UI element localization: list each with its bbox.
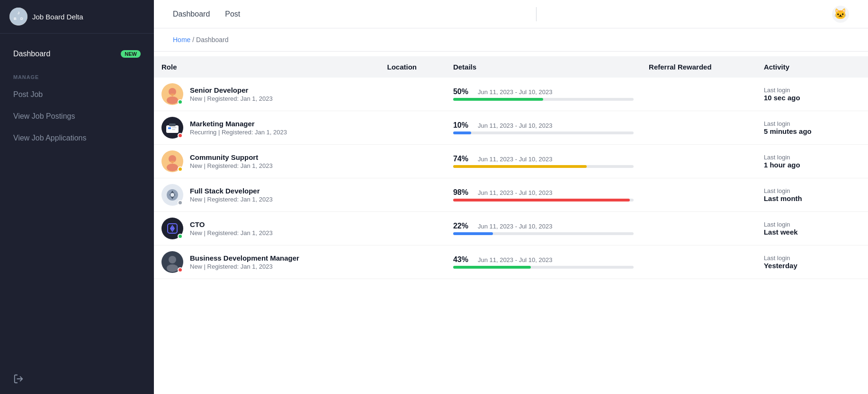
role-name-4: CTO (190, 220, 273, 228)
activity-time-3: Last month (764, 194, 860, 202)
activity-label-5: Last login (764, 254, 860, 262)
svg-point-22 (174, 162, 176, 164)
details-cell-0: 50% Jun 11, 2023 - Jul 10, 2023 (446, 78, 641, 111)
activity-label-4: Last login (764, 221, 860, 228)
role-name-0: Senior Developer (190, 86, 273, 94)
progress-bar-fill-4 (453, 232, 493, 235)
new-badge: NEW (121, 50, 141, 58)
sidebar-header: J B D Job Board Delta (0, 0, 154, 34)
progress-dates-3: Jun 11, 2023 - Jul 10, 2023 (478, 189, 553, 196)
table-row[interactable]: Business Development Manager New | Regis… (154, 245, 868, 279)
referral-cell-1 (641, 111, 756, 145)
role-avatar-2 (161, 150, 183, 172)
topnav-links: Dashboard Post (173, 10, 240, 18)
breadcrumb-current: Dashboard (196, 36, 229, 44)
breadcrumb-home[interactable]: Home (173, 36, 190, 44)
progress-bar-bg-3 (453, 199, 634, 201)
progress-bar-bg-2 (453, 165, 634, 168)
role-name-1: Marketing Manager (190, 120, 287, 128)
svg-point-7 (167, 96, 178, 104)
sidebar-nav: Dashboard NEW MANAGE Post Job View Job P… (0, 34, 154, 158)
role-avatar-5 (161, 251, 183, 273)
role-avatar-4 (161, 218, 183, 239)
progress-dates-0: Jun 11, 2023 - Jul 10, 2023 (478, 88, 553, 96)
role-cell-4: CTO New | Registered: Jan 1, 2023 (154, 212, 379, 245)
progress-bar-bg-0 (453, 98, 634, 101)
progress-pct-0: 50% (453, 88, 474, 96)
breadcrumb: Home / Dashboard (154, 28, 868, 52)
activity-time-0: 10 sec ago (764, 94, 860, 102)
details-cell-2: 74% Jun 11, 2023 - Jul 10, 2023 (446, 145, 641, 178)
role-sub-2: New | Registered: Jan 1, 2023 (190, 162, 273, 169)
topnav: Dashboard Post 🐱 (154, 0, 868, 28)
svg-point-0 (9, 8, 27, 26)
role-cell-0: Senior Developer New | Registered: Jan 1… (154, 78, 379, 111)
jobs-table: Role Location Details Referral Rewarded … (154, 56, 868, 279)
svg-point-21 (169, 162, 171, 164)
logo-text: Job Board Delta (32, 13, 83, 21)
svg-point-9 (169, 95, 171, 96)
location-cell-3 (379, 178, 445, 212)
table-row[interactable]: Community Support New | Registered: Jan … (154, 145, 868, 178)
referral-cell-5 (641, 245, 756, 279)
svg-rect-15 (172, 129, 175, 130)
svg-point-29 (171, 227, 174, 230)
progress-bar-fill-0 (453, 98, 544, 101)
user-avatar[interactable]: 🐱 (832, 6, 849, 23)
activity-cell-4: Last login Last week (756, 212, 868, 245)
details-cell-1: 10% Jun 11, 2023 - Jul 10, 2023 (446, 111, 641, 145)
location-cell-0 (379, 78, 445, 111)
col-role: Role (154, 56, 379, 78)
svg-point-32 (167, 264, 178, 272)
col-location: Location (379, 56, 445, 78)
sidebar-item-view-job-applications[interactable]: View Job Applications (0, 127, 154, 149)
svg-text:B: B (14, 17, 17, 21)
location-cell-4 (379, 212, 445, 245)
progress-dates-5: Jun 11, 2023 - Jul 10, 2023 (478, 256, 553, 263)
referral-cell-4 (641, 212, 756, 245)
topnav-divider (536, 7, 537, 21)
progress-bar-fill-5 (453, 266, 531, 269)
col-referral: Referral Rewarded (641, 56, 756, 78)
svg-point-10 (174, 95, 176, 96)
referral-cell-3 (641, 178, 756, 212)
svg-point-19 (167, 164, 178, 171)
activity-cell-1: Last login 5 minutes ago (756, 111, 868, 145)
role-cell-2: Community Support New | Registered: Jan … (154, 145, 379, 178)
role-cell-3: Full Stack Developer New | Registered: J… (154, 178, 379, 212)
table-row[interactable]: Marketing Manager Recurring | Registered… (154, 111, 868, 145)
svg-point-25 (170, 193, 174, 197)
activity-time-5: Yesterday (764, 262, 860, 270)
svg-text:J: J (18, 11, 19, 15)
table-row[interactable]: Senior Developer New | Registered: Jan 1… (154, 78, 868, 111)
logout-icon[interactable] (13, 374, 24, 386)
progress-bar-fill-2 (453, 165, 587, 168)
svg-rect-14 (172, 127, 177, 128)
col-activity: Activity (756, 56, 868, 78)
table-row[interactable]: CTO New | Registered: Jan 1, 2023 22% Ju… (154, 212, 868, 245)
table-row[interactable]: Full Stack Developer New | Registered: J… (154, 178, 868, 212)
role-avatar-1 (161, 117, 183, 139)
progress-bar-fill-3 (453, 199, 630, 201)
details-cell-4: 22% Jun 11, 2023 - Jul 10, 2023 (446, 212, 641, 245)
sidebar-item-dashboard[interactable]: Dashboard NEW (0, 43, 154, 65)
topnav-dashboard[interactable]: Dashboard (173, 10, 210, 18)
progress-pct-2: 74% (453, 155, 474, 163)
role-avatar-3 (161, 184, 183, 206)
topnav-post[interactable]: Post (225, 10, 240, 18)
progress-pct-5: 43% (453, 255, 474, 264)
activity-cell-2: Last login 1 hour ago (756, 145, 868, 178)
location-cell-2 (379, 145, 445, 178)
sidebar-item-view-job-postings[interactable]: View Job Postings (0, 105, 154, 127)
col-details: Details (446, 56, 641, 78)
role-avatar-0 (161, 83, 183, 105)
activity-time-4: Last week (764, 228, 860, 236)
sidebar-item-post-job[interactable]: Post Job (0, 84, 154, 105)
progress-pct-4: 22% (453, 222, 474, 230)
svg-text:D: D (20, 17, 23, 21)
sidebar-footer (0, 366, 154, 394)
jobs-table-container: Role Location Details Referral Rewarded … (154, 52, 868, 394)
details-cell-3: 98% Jun 11, 2023 - Jul 10, 2023 (446, 178, 641, 212)
sidebar-section-manage: MANAGE (0, 65, 154, 84)
role-sub-1: Recurring | Registered: Jan 1, 2023 (190, 129, 287, 136)
